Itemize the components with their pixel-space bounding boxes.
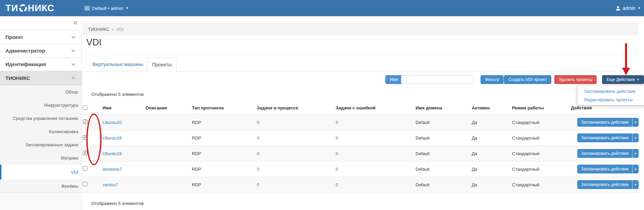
cell-protocol: RDP bbox=[192, 146, 257, 161]
row-actions-dropdown-toggle[interactable]: ▼ bbox=[632, 133, 639, 142]
sidebar-item-label: Администратор bbox=[5, 48, 45, 54]
sidebar-subitem-balancing[interactable]: Балансировка bbox=[0, 125, 82, 138]
chevron-down-icon: ▼ bbox=[637, 78, 640, 81]
sidebar-collapse-button[interactable]: « bbox=[73, 18, 77, 27]
tasks-in-progress-link[interactable]: 0 bbox=[257, 167, 259, 172]
tasks-with-error-link[interactable]: 0 bbox=[336, 120, 338, 125]
project-list-icon bbox=[85, 6, 90, 10]
sidebar-subitem-scheduled-tasks[interactable]: Запланированные задачи bbox=[0, 138, 82, 151]
cell-description bbox=[146, 130, 192, 146]
project-name-link[interactable]: Ubuntu20 bbox=[103, 120, 121, 125]
row-checkbox[interactable] bbox=[83, 135, 87, 140]
table-header-row: Имя Описание Тип протокола Задачи в проц… bbox=[83, 102, 639, 114]
top-bar: ТИ НИКС Default • admin ▼ admin ▼ bbox=[0, 0, 644, 16]
items-count-top: Отображено 5 элементов bbox=[91, 92, 143, 97]
sidebar-subitem-frames[interactable]: Фреймы bbox=[0, 180, 82, 193]
cell-description bbox=[146, 114, 192, 130]
name-filter-label: Имя bbox=[390, 77, 398, 82]
projects-table: Имя Описание Тип протокола Задачи в проц… bbox=[83, 102, 639, 193]
tasks-in-progress-link[interactable]: 0 bbox=[257, 120, 259, 125]
delete-projects-button[interactable]: Удалить проекты bbox=[554, 75, 597, 84]
breadcrumb-root-link[interactable]: ТИОНИКС bbox=[88, 27, 109, 32]
table-row: centos7 RDP 0 0 Default Да Стандартный З… bbox=[83, 177, 639, 192]
cell-description bbox=[146, 161, 192, 177]
breadcrumb-current: VDI bbox=[116, 27, 124, 32]
project-name-link[interactable]: Ubuntu16 bbox=[103, 135, 121, 141]
col-header-active: Активен bbox=[472, 102, 512, 114]
annotation-arrow-head bbox=[622, 68, 630, 75]
tasks-with-error-link[interactable]: 0 bbox=[336, 167, 338, 172]
cell-domain: Default bbox=[416, 161, 472, 177]
row-actions-dropdown-toggle[interactable]: ▼ bbox=[632, 180, 639, 189]
sidebar-item-label: Идентификация bbox=[5, 61, 46, 67]
schedule-action-button[interactable]: Запланировать действие bbox=[577, 133, 632, 142]
row-checkbox[interactable] bbox=[83, 166, 87, 171]
col-header-description: Описание bbox=[146, 102, 192, 114]
row-checkbox[interactable] bbox=[83, 120, 87, 124]
schedule-action-button[interactable]: Запланировать действие bbox=[577, 180, 632, 189]
sidebar-item-project[interactable]: Проект bbox=[0, 30, 82, 44]
tasks-in-progress-link[interactable]: 0 bbox=[257, 135, 259, 141]
more-actions-label: Еще Действия bbox=[606, 77, 635, 82]
sidebar-item-label: ТИОНИКС bbox=[5, 75, 30, 81]
cell-active: Да bbox=[472, 146, 512, 161]
sidebar-item-tionix[interactable]: ТИОНИКС bbox=[0, 71, 82, 85]
row-actions-dropdown-toggle[interactable]: ▼ bbox=[632, 149, 639, 158]
sidebar-subitem-overview[interactable]: Обзор bbox=[0, 85, 82, 99]
project-name-link[interactable]: centos7 bbox=[103, 182, 118, 187]
create-vdi-project-button[interactable]: Создать VDI проект bbox=[504, 75, 551, 84]
logo-o-icon bbox=[19, 4, 27, 13]
cell-protocol: RDP bbox=[192, 177, 257, 192]
chevron-down-icon: ▼ bbox=[638, 6, 641, 10]
select-all-checkbox[interactable] bbox=[83, 105, 87, 110]
cell-domain: Default bbox=[416, 177, 472, 192]
table-row: Ubuntu16 RDP 0 0 Default Да Стандартный … bbox=[83, 130, 639, 146]
col-header-domain: Имя домена bbox=[416, 102, 472, 114]
cell-description bbox=[146, 177, 192, 192]
sidebar-subitem-metrics[interactable]: Метрики bbox=[0, 151, 82, 165]
tasks-in-progress-link[interactable]: 0 bbox=[257, 151, 259, 156]
schedule-action-button[interactable]: Запланировать действие bbox=[577, 118, 632, 127]
sidebar-tionix-submenu: ОбзорИнфраструктураСредства управления п… bbox=[0, 85, 82, 193]
table-row: Ubuntu18 RDP 0 0 Default Да Стандартный … bbox=[83, 146, 639, 161]
tasks-with-error-link[interactable]: 0 bbox=[336, 151, 338, 156]
sidebar-item-administrator[interactable]: Администратор bbox=[0, 44, 82, 58]
tasks-with-error-link[interactable]: 0 bbox=[336, 182, 338, 187]
cell-domain: Default bbox=[416, 114, 472, 130]
row-checkbox[interactable] bbox=[83, 151, 87, 155]
project-switcher[interactable]: Default • admin ▼ bbox=[85, 0, 129, 16]
annotation-arrow bbox=[625, 43, 627, 68]
schedule-action-button[interactable]: Запланировать действие bbox=[577, 149, 632, 158]
cell-protocol: RDP bbox=[192, 161, 257, 177]
cell-mode: Стандартный bbox=[512, 146, 571, 161]
sidebar-subitem-infrastructure[interactable]: Инфраструктура bbox=[0, 99, 82, 112]
tab-virtual-machines[interactable]: Виртуальные машины bbox=[87, 58, 148, 71]
cell-active: Да bbox=[472, 114, 512, 130]
project-name-link[interactable]: Ubuntu18 bbox=[103, 151, 121, 156]
sidebar-item-identity[interactable]: Идентификация bbox=[0, 58, 82, 71]
col-header-name: Имя bbox=[103, 102, 146, 114]
project-name-link[interactable]: windows7 bbox=[103, 167, 122, 172]
row-checkbox[interactable] bbox=[83, 182, 87, 186]
sidebar-subitem-power-management[interactable]: Средства управления питанием bbox=[0, 112, 82, 125]
tasks-in-progress-link[interactable]: 0 bbox=[257, 182, 259, 187]
filter-button[interactable]: Фильтр bbox=[481, 75, 504, 84]
user-menu[interactable]: admin ▼ bbox=[616, 0, 641, 16]
cell-active: Да bbox=[472, 177, 512, 192]
more-actions-button[interactable]: Еще Действия ▼ bbox=[602, 75, 644, 84]
row-actions-dropdown-toggle[interactable]: ▼ bbox=[632, 118, 639, 127]
sidebar-subitem-vdi[interactable]: VDI bbox=[0, 165, 82, 180]
row-actions-dropdown-toggle[interactable]: ▼ bbox=[632, 165, 639, 173]
search-input[interactable] bbox=[401, 75, 474, 84]
menu-item-schedule-action[interactable]: Запланировать действие bbox=[577, 87, 644, 96]
cell-mode: Стандартный bbox=[512, 114, 571, 130]
logo-text-suffix: НИКС bbox=[28, 3, 54, 14]
cell-mode: Стандартный bbox=[512, 177, 571, 192]
tab-projects[interactable]: Проекты bbox=[147, 58, 177, 72]
menu-item-edit-projects[interactable]: Редактировать проекты bbox=[577, 96, 644, 104]
cell-active: Да bbox=[472, 161, 512, 177]
chevron-icon bbox=[71, 62, 75, 65]
schedule-action-button[interactable]: Запланировать действие bbox=[577, 165, 632, 173]
vdi-projects-page: ТИ НИКС Default • admin ▼ admin ▼ bbox=[0, 0, 644, 210]
tasks-with-error-link[interactable]: 0 bbox=[336, 135, 338, 141]
